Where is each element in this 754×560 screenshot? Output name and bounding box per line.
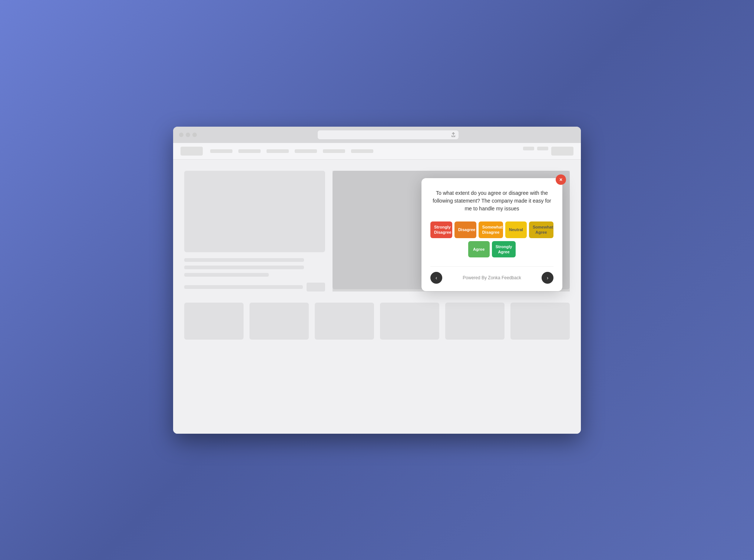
modal-close-button[interactable]: × [556,174,566,185]
traffic-light-maximize[interactable] [192,133,197,137]
powered-by-text: Powered By Zonka Feedback [463,275,521,280]
grid-item-3 [315,303,374,340]
grid-item-1 [184,303,244,340]
text-line-4 [184,285,303,289]
browser-window: × To what extent do you agree or disagre… [173,127,581,434]
prev-button[interactable]: ‹ [430,272,442,284]
traffic-lights [179,133,197,137]
content-row [184,283,325,291]
text-line-2 [184,266,304,269]
grid-item-5 [445,303,505,340]
modal-question: To what extent do you agree or disagree … [430,189,553,213]
small-tag [307,283,325,291]
grid-item-2 [249,303,309,340]
somewhat-agree-button[interactable]: SomewhatAgree [529,221,553,238]
nav-item-5[interactable] [323,149,345,153]
nav-item-6[interactable] [351,149,373,153]
nav-item-3[interactable] [267,149,289,153]
nav-right-button[interactable] [551,147,573,156]
neutral-button[interactable]: Neutral [505,221,527,238]
bottom-grid [184,303,570,340]
nav-items [210,149,373,153]
browser-content: × To what extent do you agree or disagre… [173,160,581,434]
browser-titlebar [173,127,581,143]
traffic-light-minimize[interactable] [186,133,190,137]
nav-right [523,147,573,156]
survey-modal: × To what extent do you agree or disagre… [421,178,562,291]
rating-row-2: Agree StronglyAgree [430,241,553,258]
content-top: × To what extent do you agree or disagre… [184,171,570,291]
somewhat-disagree-button[interactable]: SomewhatDisagree [479,221,503,238]
text-line-3 [184,273,269,277]
share-icon [451,132,456,137]
nav-logo [181,147,203,156]
strongly-disagree-button[interactable]: StronglyDisagree [430,221,452,238]
browser-navbar [173,143,581,160]
nav-item-1[interactable] [210,149,232,153]
browser-addressbar [201,130,575,139]
content-right: × To what extent do you agree or disagre… [333,171,570,291]
traffic-light-close[interactable] [179,133,183,137]
text-line-1 [184,258,304,262]
grid-item-6 [510,303,570,340]
nav-right-item-2 [537,147,548,150]
address-input[interactable] [318,130,459,139]
grid-item-4 [380,303,439,340]
modal-overlay: × To what extent do you agree or disagre… [333,171,570,291]
content-left [184,171,325,291]
hero-image-placeholder [184,171,325,252]
nav-right-item-1 [523,147,534,150]
nav-item-2[interactable] [238,149,261,153]
next-button[interactable]: › [542,272,553,284]
agree-button[interactable]: Agree [468,241,490,258]
rating-row-1: StronglyDisagree Disagree SomewhatDisagr… [430,221,553,238]
strongly-agree-button[interactable]: StronglyAgree [492,241,516,258]
modal-footer: ‹ Powered By Zonka Feedback › [430,266,553,284]
disagree-button[interactable]: Disagree [454,221,476,238]
nav-item-4[interactable] [295,149,317,153]
